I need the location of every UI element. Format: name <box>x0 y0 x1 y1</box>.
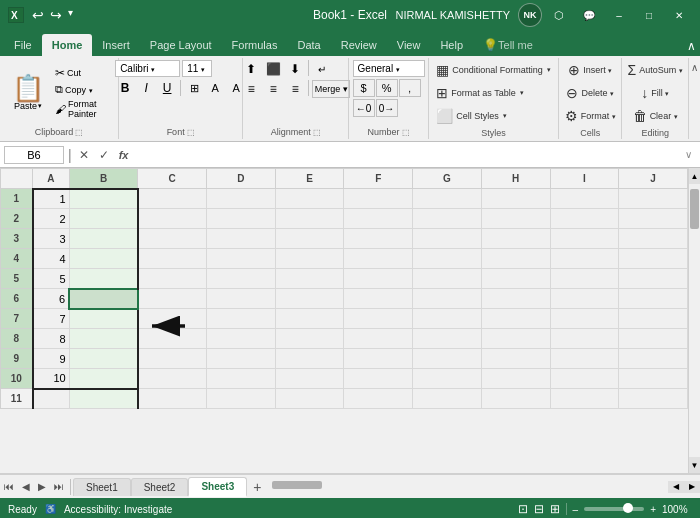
cell-a10[interactable]: 10 <box>33 369 69 389</box>
align-left-btn[interactable]: ≡ <box>241 80 261 98</box>
cell-a2[interactable]: 2 <box>33 209 69 229</box>
zoom-slider[interactable] <box>584 507 644 511</box>
cell-e9[interactable] <box>275 349 344 369</box>
cell-a9[interactable]: 9 <box>33 349 69 369</box>
cell-h2[interactable] <box>481 209 550 229</box>
ribbon-collapse-right[interactable]: ∧ <box>689 58 700 139</box>
cell-e8[interactable] <box>275 329 344 349</box>
cell-d8[interactable] <box>207 329 276 349</box>
cell-d3[interactable] <box>207 229 276 249</box>
cell-styles-btn[interactable]: ⬜ Cell Styles ▾ <box>432 106 511 126</box>
cell-j6[interactable] <box>619 289 688 309</box>
cell-b4[interactable] <box>69 249 138 269</box>
redo-btn[interactable]: ↪ <box>48 5 64 25</box>
fill-btn[interactable]: ↓Fill ▾ <box>637 83 673 103</box>
cell-f9[interactable] <box>344 349 413 369</box>
tab-file[interactable]: File <box>4 34 42 56</box>
autosum-btn[interactable]: ΣAutoSum ▾ <box>624 60 687 80</box>
cell-a11[interactable] <box>33 389 69 409</box>
col-header-f[interactable]: F <box>344 169 413 189</box>
cell-b6[interactable] <box>69 289 138 309</box>
row-header-10[interactable]: 10 <box>1 369 33 389</box>
cell-f11[interactable] <box>344 389 413 409</box>
cell-j5[interactable] <box>619 269 688 289</box>
col-header-g[interactable]: G <box>413 169 482 189</box>
cell-f1[interactable] <box>344 189 413 209</box>
cell-f6[interactable] <box>344 289 413 309</box>
row-header-5[interactable]: 5 <box>1 269 33 289</box>
cell-b11[interactable] <box>69 389 138 409</box>
cell-i7[interactable] <box>550 309 619 329</box>
cell-j4[interactable] <box>619 249 688 269</box>
tab-formulas[interactable]: Formulas <box>222 34 288 56</box>
clipboard-expand-icon[interactable]: ⬚ <box>75 128 83 137</box>
border-btn[interactable]: ⊞ <box>184 79 204 97</box>
number-expand-icon[interactable]: ⬚ <box>402 128 410 137</box>
cell-f4[interactable] <box>344 249 413 269</box>
cell-g5[interactable] <box>413 269 482 289</box>
row-header-7[interactable]: 7 <box>1 309 33 329</box>
cell-h3[interactable] <box>481 229 550 249</box>
cell-g6[interactable] <box>413 289 482 309</box>
align-center-btn[interactable]: ≡ <box>263 80 283 98</box>
cell-b8[interactable] <box>69 329 138 349</box>
vscroll-thumb[interactable] <box>690 189 699 229</box>
zoom-in-btn[interactable]: + <box>650 504 656 515</box>
vscroll-down-btn[interactable]: ▼ <box>689 457 700 473</box>
cell-e3[interactable] <box>275 229 344 249</box>
cell-g8[interactable] <box>413 329 482 349</box>
cell-a8[interactable]: 8 <box>33 329 69 349</box>
maximize-btn[interactable]: □ <box>636 4 662 26</box>
row-header-3[interactable]: 3 <box>1 229 33 249</box>
cell-i8[interactable] <box>550 329 619 349</box>
cell-d10[interactable] <box>207 369 276 389</box>
cell-f3[interactable] <box>344 229 413 249</box>
add-sheet-btn[interactable]: + <box>247 477 267 497</box>
col-header-h[interactable]: H <box>481 169 550 189</box>
cell-e5[interactable] <box>275 269 344 289</box>
percent-btn[interactable]: % <box>376 79 398 97</box>
cell-e1[interactable] <box>275 189 344 209</box>
cell-f7[interactable] <box>344 309 413 329</box>
tab-page-layout[interactable]: Page Layout <box>140 34 222 56</box>
cell-j10[interactable] <box>619 369 688 389</box>
cell-d6[interactable] <box>207 289 276 309</box>
align-middle-btn[interactable]: ⬛ <box>263 60 283 78</box>
close-btn[interactable]: ✕ <box>666 4 692 26</box>
cell-g10[interactable] <box>413 369 482 389</box>
cell-e2[interactable] <box>275 209 344 229</box>
cell-d11[interactable] <box>207 389 276 409</box>
col-header-b[interactable]: B <box>69 169 138 189</box>
number-format-dropdown[interactable]: General ▾ <box>353 60 425 77</box>
cell-c11[interactable] <box>138 389 207 409</box>
cell-g7[interactable] <box>413 309 482 329</box>
hscroll-right-btn[interactable]: ▶ <box>684 481 700 493</box>
cell-g9[interactable] <box>413 349 482 369</box>
cell-j7[interactable] <box>619 309 688 329</box>
cell-i2[interactable] <box>550 209 619 229</box>
customize-btn[interactable]: ▾ <box>66 5 75 25</box>
alignment-expand-icon[interactable]: ⬚ <box>313 128 321 137</box>
confirm-formula-btn[interactable]: ✓ <box>96 148 112 162</box>
row-header-9[interactable]: 9 <box>1 349 33 369</box>
view-normal-btn[interactable]: ⊡ <box>518 502 528 516</box>
cell-h8[interactable] <box>481 329 550 349</box>
cell-h6[interactable] <box>481 289 550 309</box>
cell-c5[interactable] <box>138 269 207 289</box>
cell-i4[interactable] <box>550 249 619 269</box>
cell-e10[interactable] <box>275 369 344 389</box>
tab-review[interactable]: Review <box>331 34 387 56</box>
zoom-level[interactable]: 100% <box>662 504 692 515</box>
user-avatar[interactable]: NK <box>518 3 542 27</box>
decrease-decimal-btn[interactable]: ←0 <box>353 99 375 117</box>
comma-btn[interactable]: , <box>399 79 421 97</box>
tab-data[interactable]: Data <box>287 34 330 56</box>
increase-decimal-btn[interactable]: 0→ <box>376 99 398 117</box>
sheet-tab-1[interactable]: Sheet1 <box>73 478 131 496</box>
cell-i6[interactable] <box>550 289 619 309</box>
cut-btn[interactable]: ✂Cut <box>52 65 112 81</box>
cell-e7[interactable] <box>275 309 344 329</box>
cell-f2[interactable] <box>344 209 413 229</box>
cell-g3[interactable] <box>413 229 482 249</box>
hscroll-thumb[interactable] <box>272 481 322 489</box>
